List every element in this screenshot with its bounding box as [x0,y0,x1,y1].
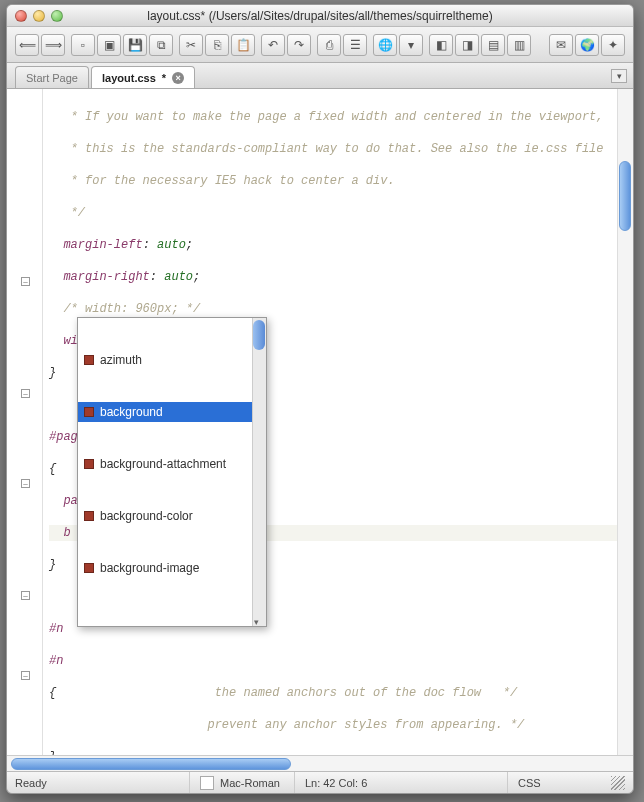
autocomplete-item[interactable]: background-color [78,506,266,526]
code-text: { [49,462,56,476]
statusbar: Ready Mac-Roman Ln: 42 Col: 6 CSS [7,771,633,793]
autocomplete-popup: azimuth background background-attachment… [77,317,267,627]
code-text: * this is the standards-compliant way to… [49,142,604,156]
settings-button[interactable]: ☰ [343,34,367,56]
status-position: Ln: 42 Col: 6 [294,772,367,793]
tab-dirty-icon: * [162,72,166,84]
cut-button[interactable]: ✂ [179,34,203,56]
autocomplete-item[interactable]: background [78,402,266,422]
property-icon [84,355,94,365]
property-icon [84,459,94,469]
new-file-button[interactable]: ▫ [71,34,95,56]
chevron-down-icon[interactable]: ▾ [254,614,264,624]
scrollbar-thumb[interactable] [253,320,265,350]
panel4-button[interactable]: ▥ [507,34,531,56]
property-icon [84,407,94,417]
status-encoding-label: Mac-Roman [220,777,280,789]
horizontal-scrollbar[interactable] [7,755,633,771]
code-text: * for the necessary IE5 hack to center a… [49,174,395,188]
app-window: layout.css* (/Users/al/Sites/drupal/site… [6,4,634,794]
tab-start-page[interactable]: Start Page [15,66,89,88]
fold-icon[interactable]: – [21,389,30,398]
property-icon [84,563,94,573]
code-text: #n [49,622,63,636]
save-all-button[interactable]: ⧉ [149,34,173,56]
property-icon [84,511,94,521]
titlebar[interactable]: layout.css* (/Users/al/Sites/drupal/site… [7,5,633,27]
code-text: prevent any anchor styles from appearing… [49,718,524,732]
code-text: #n [49,654,63,668]
gutter: – – – – – [7,89,43,755]
tab-overflow-icon[interactable]: ▾ [611,69,627,83]
world-button[interactable]: 🌍 [575,34,599,56]
editor: – – – – – * If you want to make the page… [7,89,633,755]
code-text: /* width: 960px; */ [49,302,200,316]
tab-label: Start Page [26,72,78,84]
autocomplete-item[interactable]: azimuth [78,350,266,370]
copy-button[interactable]: ⎘ [205,34,229,56]
dropdown-icon[interactable]: ▾ [399,34,423,56]
code-text: } [49,558,56,572]
panel2-button[interactable]: ◨ [455,34,479,56]
redo-button[interactable]: ↷ [287,34,311,56]
tabbar: Start Page layout.css * × ▾ [7,63,633,89]
window-title: layout.css* (/Users/al/Sites/drupal/site… [7,9,633,23]
autocomplete-label: background-attachment [100,456,226,472]
autocomplete-item[interactable]: background-image [78,558,266,578]
code-text: */ [49,206,85,220]
code-text: } [49,366,56,380]
autocomplete-scrollbar[interactable]: ▾ [252,318,266,626]
tool-button[interactable]: ✦ [601,34,625,56]
paste-button[interactable]: 📋 [231,34,255,56]
back-button[interactable]: ⟸ [15,34,39,56]
code-text: margin-left [49,238,143,252]
autocomplete-label: azimuth [100,352,142,368]
fold-icon[interactable]: – [21,671,30,680]
forward-button[interactable]: ⟹ [41,34,65,56]
code-text: auto [157,238,186,252]
code-text: * If you want to make the page a fixed w… [49,110,604,124]
autocomplete-item[interactable]: background-attachment [78,454,266,474]
code-text: b [49,526,71,540]
resize-grip-icon[interactable] [611,776,625,790]
autocomplete-label: background-color [100,508,193,524]
status-ready: Ready [15,772,175,793]
fold-icon[interactable]: – [21,591,30,600]
fold-icon[interactable]: – [21,277,30,286]
save-button[interactable]: 💾 [123,34,147,56]
tab-close-icon[interactable]: × [172,72,184,84]
scrollbar-thumb[interactable] [619,161,631,231]
status-encoding[interactable]: Mac-Roman [189,772,280,793]
code-area[interactable]: * If you want to make the page a fixed w… [43,89,633,755]
code-text: auto [164,270,193,284]
undo-button[interactable]: ↶ [261,34,285,56]
vertical-scrollbar[interactable] [617,89,633,755]
panel3-button[interactable]: ▤ [481,34,505,56]
autocomplete-label: background [100,404,163,420]
scrollbar-thumb[interactable] [11,758,291,770]
mail-button[interactable]: ✉ [549,34,573,56]
status-language[interactable]: CSS [507,772,597,793]
tab-layout-css[interactable]: layout.css * × [91,66,195,88]
autocomplete-label: background-image [100,560,199,576]
tab-label: layout.css [102,72,156,84]
code-text: margin-right [49,270,150,284]
code-text: the named anchors out of the doc flow */ [56,686,517,700]
fold-icon[interactable]: – [21,479,30,488]
panel1-button[interactable]: ◧ [429,34,453,56]
globe-button[interactable]: 🌐 [373,34,397,56]
toolbar: ⟸ ⟹ ▫ ▣ 💾 ⧉ ✂ ⎘ 📋 ↶ ↷ ⎙ ☰ 🌐 ▾ ◧ ◨ ▤ [7,27,633,63]
encoding-icon [200,776,214,790]
print-button[interactable]: ⎙ [317,34,341,56]
open-button[interactable]: ▣ [97,34,121,56]
